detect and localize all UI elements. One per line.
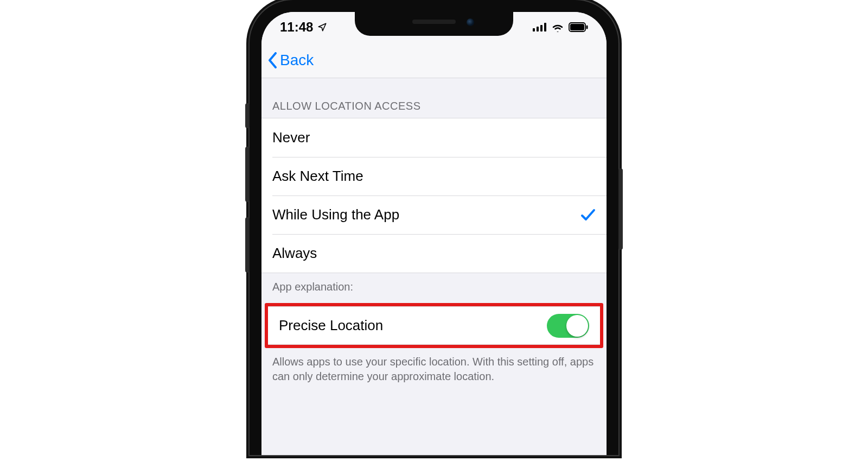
speaker-grille: [412, 20, 456, 24]
checkmark-icon: [580, 209, 596, 222]
svg-rect-6: [586, 26, 588, 29]
location-services-icon: [317, 22, 327, 32]
option-label: Always: [272, 245, 317, 262]
wifi-icon: [551, 22, 564, 32]
back-button[interactable]: Back: [267, 52, 314, 69]
battery-icon: [569, 22, 588, 32]
option-label: While Using the App: [272, 206, 399, 223]
svg-rect-2: [540, 25, 542, 31]
svg-rect-5: [570, 24, 584, 30]
screen: 11:48: [261, 12, 607, 455]
nav-bar: Back: [261, 42, 607, 78]
option-always[interactable]: Always: [261, 234, 607, 273]
svg-rect-1: [537, 27, 539, 31]
precise-location-toggle[interactable]: [547, 314, 589, 338]
notch: [355, 12, 513, 36]
toggle-knob: [566, 315, 588, 337]
option-never[interactable]: Never: [261, 118, 607, 157]
volume-down-button: [245, 217, 250, 273]
status-right: [533, 22, 588, 32]
phone-frame: 11:48: [250, 0, 618, 455]
option-ask-next-time[interactable]: Ask Next Time: [261, 157, 607, 195]
volume-up-button: [245, 147, 250, 202]
option-label: Ask Next Time: [272, 168, 363, 185]
status-left: 11:48: [280, 20, 327, 35]
highlight-precise-location: Precise Location: [265, 303, 603, 348]
precise-location-label: Precise Location: [279, 317, 383, 334]
clock: 11:48: [280, 20, 313, 35]
svg-rect-0: [533, 28, 535, 31]
svg-rect-3: [544, 23, 546, 31]
chevron-left-icon: [267, 52, 279, 68]
location-access-options: Never Ask Next Time While Using the App …: [261, 118, 607, 273]
precise-location-row[interactable]: Precise Location: [268, 306, 600, 345]
front-camera: [467, 18, 474, 26]
mute-switch: [245, 103, 250, 128]
cellular-signal-icon: [533, 23, 547, 31]
side-button: [618, 168, 623, 250]
app-explanation-label: App explanation:: [261, 273, 607, 303]
precise-location-footer: Allows apps to use your specific locatio…: [261, 348, 607, 393]
section-header-allow-location: ALLOW LOCATION ACCESS: [261, 78, 607, 118]
option-label: Never: [272, 129, 310, 146]
option-while-using-app[interactable]: While Using the App: [261, 195, 607, 234]
back-label: Back: [280, 52, 314, 69]
